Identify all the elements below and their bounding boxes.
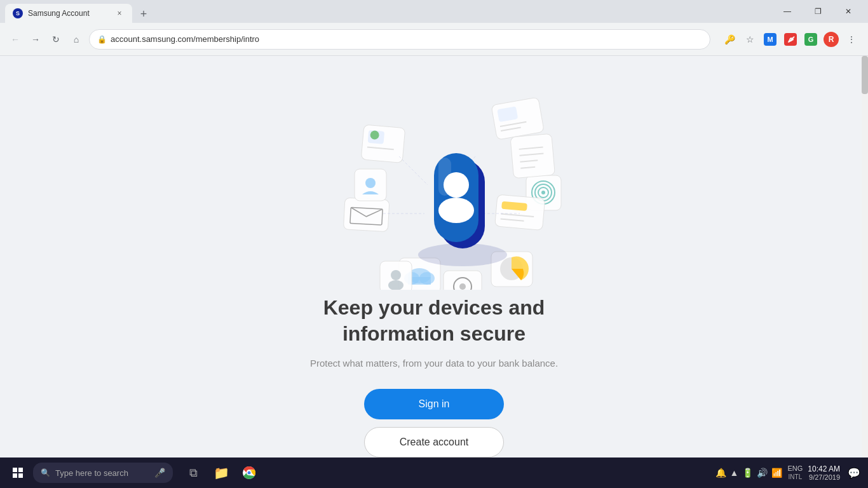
scrollbar-thumb[interactable] [862, 56, 868, 94]
close-button[interactable]: ✕ [834, 0, 863, 23]
search-placeholder: Type here to search [55, 468, 128, 478]
svg-rect-4 [361, 125, 405, 163]
volume-icon: 🔊 [757, 468, 768, 478]
search-box[interactable]: 🔍 Type here to search 🎤 [33, 463, 173, 483]
battery-icon: 🔋 [742, 468, 753, 478]
svg-line-39 [399, 156, 428, 185]
extension-1[interactable]: M [761, 30, 779, 48]
window-controls: — ❐ ✕ [773, 0, 863, 23]
language-area: ENG INTL [787, 464, 803, 480]
extension-3[interactable]: G [802, 30, 820, 48]
bookmark-icon[interactable]: ☆ [741, 30, 759, 48]
task-view-button[interactable]: ⧉ [180, 460, 206, 485]
subtext: Protect what matters, from your data to … [310, 358, 558, 369]
svg-point-48 [438, 198, 474, 223]
forward-button[interactable]: → [28, 32, 43, 47]
menu-button[interactable]: ⋮ [843, 30, 860, 48]
create-account-button[interactable]: Create account [364, 427, 504, 458]
start-button[interactable] [5, 460, 31, 485]
headline: Keep your devices and information secure [310, 295, 558, 348]
text-section: Keep your devices and information secure… [310, 295, 558, 369]
new-tab-button[interactable]: + [135, 5, 153, 23]
address-bar: ← → ↻ ⌂ 🔒 account.samsung.com/membership… [0, 23, 868, 56]
lock-icon: 🔒 [97, 35, 107, 44]
svg-point-11 [365, 178, 376, 188]
tab-favicon: S [13, 8, 23, 18]
svg-rect-17 [495, 194, 545, 230]
search-icon: 🔍 [41, 468, 50, 477]
home-button[interactable]: ⌂ [69, 32, 84, 47]
avatar: R [824, 32, 839, 47]
browser-frame: S Samsung Account × + — ❐ ✕ ← → ↻ ⌂ 🔒 ac… [0, 0, 868, 488]
signin-button[interactable]: Sign in [364, 389, 504, 419]
taskbar-right: 🔔 ▲ 🔋 🔊 📶 ENG INTL 10:42 AM 9/27/2019 💬 [715, 464, 863, 482]
file-explorer-button[interactable]: 📁 [208, 460, 234, 485]
wifi-icon: 📶 [771, 468, 782, 478]
clock-time: 10:42 AM [808, 464, 840, 473]
svg-rect-31 [510, 133, 555, 178]
maximize-button[interactable]: ❐ [803, 0, 832, 23]
system-icons: 🔔 ▲ 🔋 🔊 📶 [715, 468, 783, 478]
reload-button[interactable]: ↻ [48, 32, 64, 47]
svg-point-16 [541, 191, 545, 194]
taskbar-apps: ⧉ 📁 [180, 460, 262, 485]
chrome-button[interactable] [236, 460, 262, 485]
profile-avatar[interactable]: R [822, 30, 840, 48]
svg-point-47 [444, 172, 469, 198]
svg-point-37 [391, 270, 401, 280]
taskbar: 🔍 Type here to search 🎤 ⧉ 📁 [0, 458, 868, 488]
clock-date: 9/27/2019 [808, 473, 840, 481]
mic-icon[interactable]: 🎤 [154, 468, 165, 478]
svg-point-28 [459, 283, 466, 290]
back-button[interactable]: ← [8, 32, 23, 47]
arrow-up-icon[interactable]: ▲ [730, 468, 739, 478]
minimize-button[interactable]: — [773, 0, 802, 23]
url-text: account.samsung.com/membership/intro [111, 34, 259, 44]
title-bar: S Samsung Account × + — ❐ ✕ [0, 0, 868, 23]
hero-illustration [301, 86, 567, 290]
toolbar-icons: 🔑 ☆ M 🌶 G R ⋮ [721, 30, 860, 48]
tab-area: S Samsung Account × + [5, 0, 773, 23]
notification-button[interactable]: 💬 [845, 464, 863, 482]
page-content: Keep your devices and information secure… [0, 56, 868, 458]
tab-close-button[interactable]: × [114, 8, 125, 18]
scrollbar[interactable] [862, 56, 868, 458]
url-bar[interactable]: 🔒 account.samsung.com/membership/intro [89, 29, 710, 50]
clock-area: 10:42 AM 9/27/2019 [808, 464, 840, 481]
network-icon: 🔔 [715, 468, 726, 478]
windows-logo [13, 468, 23, 478]
password-icon[interactable]: 🔑 [721, 30, 738, 48]
button-group: Sign in Create account [364, 389, 504, 458]
svg-point-51 [248, 471, 251, 475]
illustration-area [0, 56, 868, 295]
browser-tab[interactable]: S Samsung Account × [5, 4, 132, 23]
extension-2[interactable]: 🌶 [782, 30, 799, 48]
chat-icon: 💬 [848, 467, 860, 479]
tab-title: Samsung Account [28, 9, 109, 18]
